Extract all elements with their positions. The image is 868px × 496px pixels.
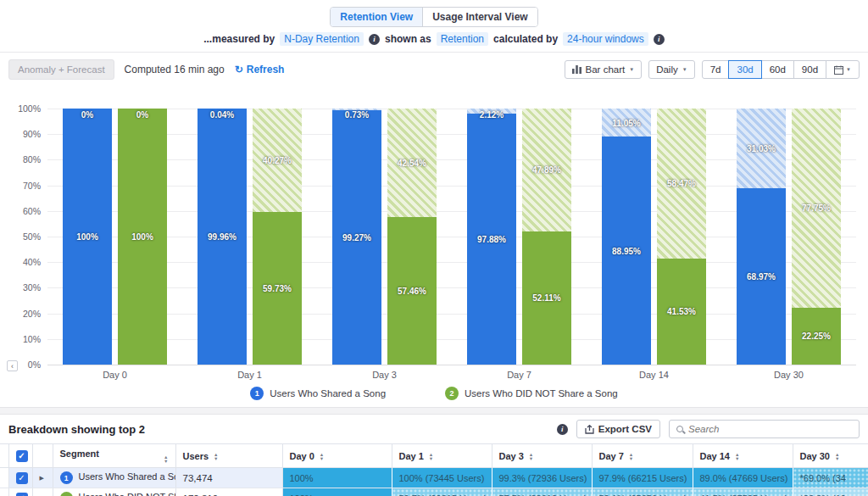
refresh-button[interactable]: ↻Refresh [235, 64, 285, 75]
info-icon[interactable]: i [654, 34, 665, 45]
retention-cell[interactable]: 89.0% (47669 Users) [693, 468, 793, 488]
x-axis-label: Day 1 [182, 370, 317, 380]
users-cell: 73,474 [175, 468, 282, 488]
retention-cell[interactable]: 41.5% (37525 Users) [693, 488, 793, 496]
range-button-7d[interactable]: 7d [702, 60, 730, 79]
column-header-label: Day 1 [399, 451, 424, 461]
blue-bar[interactable]: 97.88%2.12% [467, 109, 516, 365]
export-csv-button[interactable]: Export CSV [576, 420, 660, 438]
sort-icon[interactable]: ▲▼ [320, 453, 324, 460]
hatch-value-label: 31.03% [747, 143, 776, 153]
y-axis-tick-label: 90% [7, 129, 41, 139]
y-axis-tick-label: 60% [7, 206, 41, 216]
tab-retention-view[interactable]: Retention View [331, 8, 422, 26]
legend-item[interactable]: 2Users Who DID NOT Share a Song [445, 387, 618, 400]
retention-cell[interactable]: 52.1% (65656 Users) [592, 488, 693, 496]
chart-type-dropdown[interactable]: Bar chart▼ [565, 60, 643, 79]
retention-cell[interactable]: 57.5% (88612 Users) [492, 488, 592, 496]
sort-icon[interactable]: ▲▼ [429, 453, 433, 460]
range-button-30d[interactable]: 30d [728, 60, 761, 79]
blue-bar[interactable]: 99.96%0.04% [198, 109, 247, 365]
green-bar[interactable]: 22.25%77.75% [792, 109, 841, 365]
green-bar[interactable]: 52.11%47.89% [522, 109, 571, 365]
sort-icon[interactable]: ▲▼ [529, 453, 533, 460]
column-header-label: Day 7 [599, 451, 624, 461]
sort-icon[interactable]: ▲▼ [164, 455, 168, 463]
measure-type-link[interactable]: N-Day Retention [280, 32, 364, 46]
info-icon[interactable]: i [369, 34, 380, 45]
range-button-90d[interactable]: 90d [793, 60, 826, 79]
sort-icon[interactable]: ▲▼ [835, 453, 839, 460]
row-expand-cell[interactable]: ▶ [32, 488, 53, 496]
column-header-day-1[interactable]: Day 1▲▼ [392, 444, 492, 468]
segment-cell[interactable]: 2Users Who DID NOT Share a Song [53, 488, 175, 496]
chart-collapse-button[interactable]: ‹ [7, 360, 18, 371]
column-header-label: Day 3 [499, 451, 524, 461]
blue-bar[interactable]: 88.95%11.05% [602, 109, 651, 365]
x-axis-label: Day 7 [452, 370, 587, 380]
tab-usage-interval-view[interactable]: Usage Interval View [422, 8, 537, 26]
sort-icon[interactable]: ▲▼ [214, 453, 218, 460]
column-header-users[interactable]: Users▲▼ [175, 444, 282, 468]
blue-bar[interactable]: 68.97%31.03% [737, 109, 786, 365]
legend-label: Users Who DID NOT Share a Song [465, 388, 618, 398]
hatch-value-label: 0.73% [345, 110, 369, 120]
y-axis-tick-label: 70% [7, 181, 41, 191]
column-header-day-30[interactable]: Day 30▲▼ [793, 444, 868, 468]
hatch-value-label: 40.27% [263, 155, 292, 164]
green-bar[interactable]: 59.73%40.27% [253, 109, 302, 365]
column-header-day-3[interactable]: Day 3▲▼ [492, 444, 592, 468]
retention-cell[interactable]: *22.3% (19 [793, 488, 868, 496]
row-checkbox[interactable]: ✓ [16, 472, 28, 484]
bar-group-day-3: 99.27%0.73%57.46%42.54% [317, 109, 452, 365]
hatch-value-label: 0.04% [210, 110, 234, 120]
date-range-group: 7d30d60d90d▼ [702, 60, 860, 79]
y-axis-tick-label: 40% [7, 257, 41, 267]
column-header-segment[interactable]: Segment▲▼ [53, 444, 175, 468]
range-button-60d[interactable]: 60d [761, 60, 794, 79]
hatch-value-label: 11.05% [612, 118, 640, 127]
green-bar[interactable]: 57.46%42.54% [387, 109, 437, 365]
column-header-day-0[interactable]: Day 0▲▼ [282, 444, 392, 468]
chevron-down-icon: ▼ [682, 67, 687, 72]
column-header-label: Day 30 [800, 451, 830, 461]
anomaly-forecast-button[interactable]: Anomaly + Forecast [8, 59, 114, 80]
search-input[interactable] [688, 424, 852, 434]
info-icon[interactable]: i [557, 424, 568, 435]
segment-name: Users Who Shared a Song [79, 471, 176, 482]
window-type-link[interactable]: 24-hour windows [563, 32, 648, 46]
retention-cell[interactable]: 100% (73445 Users) [392, 468, 492, 488]
row-checkbox[interactable]: ✓ [16, 493, 28, 496]
retention-cell[interactable]: 97.9% (66215 Users) [592, 468, 693, 488]
column-header-day-14[interactable]: Day 14▲▼ [693, 444, 793, 468]
breakdown-header: Breakdown showing top 2 i Export CSV [0, 415, 868, 443]
retention-cell[interactable]: 99.3% (72936 Users) [492, 468, 592, 488]
sort-icon[interactable]: ▲▼ [629, 453, 633, 460]
calendar-range-button[interactable]: ▼ [826, 60, 860, 79]
row-expand-cell[interactable]: ▶ [32, 468, 53, 488]
segment-cell[interactable]: 1Users Who Shared a Song [53, 468, 175, 488]
chevron-down-icon: ▼ [629, 67, 634, 72]
retention-cell[interactable]: 100% [282, 468, 392, 488]
toolbar-left: Anomaly + Forecast Computed 16 min ago ↻… [8, 59, 284, 80]
retention-cell[interactable]: 100% [282, 488, 392, 496]
solid-value-label: 22.25% [802, 332, 831, 341]
table-row: ✓▶1Users Who Shared a Song73,474100%100%… [0, 468, 868, 488]
breakdown-table-header-row: ✓Segment▲▼Users▲▼Day 0▲▼Day 1▲▼Day 3▲▼Da… [0, 444, 868, 468]
legend-item[interactable]: 1Users Who Shared a Song [250, 387, 386, 400]
hatch-value-label: 0% [136, 110, 148, 120]
granularity-dropdown[interactable]: Daily▼ [648, 60, 695, 79]
sort-icon[interactable]: ▲▼ [735, 453, 739, 460]
solid-value-label: 52.11% [532, 293, 560, 303]
view-header: Retention ViewUsage Interval View ...mea… [0, 0, 868, 53]
column-header-day-7[interactable]: Day 7▲▼ [592, 444, 693, 468]
retention-cell[interactable]: 59.7% (99815 Users) [392, 488, 492, 496]
section-divider [0, 407, 868, 415]
green-bar[interactable]: 41.53%58.47% [657, 109, 706, 365]
retention-cell[interactable]: *69.0% (34 [793, 468, 868, 488]
blue-bar[interactable]: 100%0% [63, 109, 112, 365]
green-bar[interactable]: 100%0% [118, 109, 167, 365]
row-checkbox[interactable]: ✓ [16, 450, 28, 462]
blue-bar[interactable]: 99.27%0.73% [332, 109, 381, 365]
shown-as-link[interactable]: Retention [437, 32, 488, 46]
